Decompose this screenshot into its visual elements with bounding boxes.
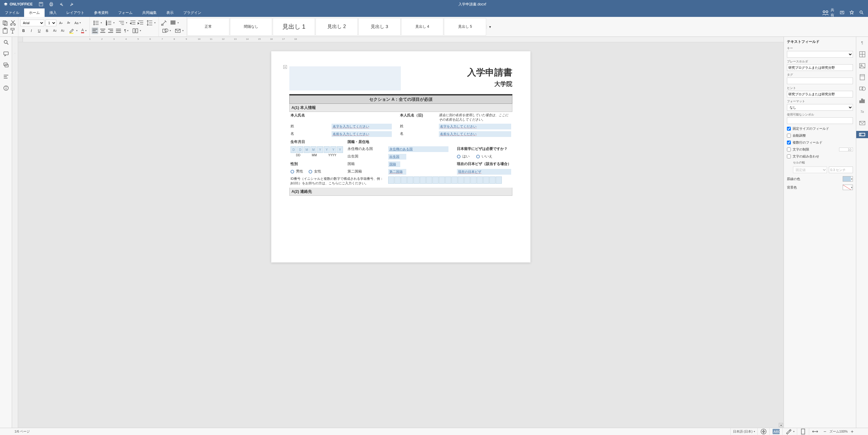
navigation-icon[interactable] — [3, 74, 9, 80]
increase-font-button[interactable]: A▴ — [58, 20, 64, 26]
multiline-checkbox[interactable] — [787, 141, 791, 145]
menu-file[interactable]: ファイル — [0, 8, 24, 17]
italic-button[interactable]: I — [28, 27, 35, 34]
menu-insert[interactable]: 挿入 — [44, 8, 61, 17]
field-second-nationality[interactable]: 第二国籍 — [388, 169, 406, 175]
line-spacing-button[interactable] — [145, 20, 157, 26]
format-painter-button[interactable] — [10, 27, 16, 34]
menu-form[interactable]: フォーム — [113, 8, 137, 17]
style-no-spacing[interactable]: 間隔なし — [230, 18, 272, 36]
nonprinting-button[interactable]: ¶ — [123, 27, 130, 34]
radio-yes[interactable] — [457, 155, 461, 158]
zoom-in-button[interactable]: + — [851, 429, 854, 434]
align-justify-button[interactable] — [115, 27, 122, 34]
format-select[interactable]: なし — [787, 104, 853, 111]
find-icon[interactable] — [3, 39, 9, 45]
field-firstname[interactable]: 名前を入力してください — [332, 131, 392, 137]
logo-placeholder-field[interactable] — [289, 66, 401, 90]
highlight-button[interactable] — [67, 27, 79, 34]
style-h4[interactable]: 見出し 4 — [401, 18, 443, 36]
align-center-button[interactable] — [99, 27, 106, 34]
fit-width-button[interactable] — [809, 428, 821, 435]
field-birth-country[interactable]: 出生国 — [388, 154, 406, 160]
styles-expand-button[interactable]: ▾ — [487, 25, 493, 29]
favorite-icon[interactable] — [849, 10, 854, 16]
outdent-button[interactable] — [130, 20, 136, 26]
textart-settings-icon[interactable]: Ta — [859, 108, 866, 115]
field-current-visa[interactable]: 現在の日本ビザ — [457, 169, 511, 175]
strike-button[interactable]: S — [44, 27, 50, 34]
menu-references[interactable]: 参考資料 — [89, 8, 113, 17]
undo-icon[interactable] — [59, 2, 64, 7]
cut-button[interactable] — [10, 20, 16, 26]
indent-button[interactable] — [137, 20, 144, 26]
clear-style-button[interactable] — [161, 20, 167, 26]
chat-icon[interactable] — [3, 62, 9, 68]
merge-button[interactable] — [131, 27, 142, 34]
spellcheck-icon[interactable]: ABC — [770, 428, 782, 435]
bg-color-picker[interactable] — [843, 184, 853, 190]
underline-button[interactable]: U — [36, 27, 42, 34]
radio-male[interactable] — [290, 170, 294, 173]
paste-button[interactable] — [2, 27, 8, 34]
tag-input[interactable] — [787, 78, 853, 84]
spellcheck-toggle[interactable] — [757, 428, 770, 435]
zoom-out-button[interactable]: − — [824, 429, 826, 434]
track-changes-toggle[interactable]: ▾ — [782, 428, 797, 435]
multilevel-button[interactable] — [117, 20, 128, 26]
charlimit-checkbox[interactable] — [787, 147, 791, 151]
numbering-button[interactable]: 123 — [104, 20, 116, 26]
table-settings-icon[interactable] — [859, 51, 866, 58]
autofit-checkbox[interactable] — [787, 134, 791, 138]
menu-plugins[interactable]: プラグイン — [179, 8, 206, 17]
border-color-picker[interactable] — [843, 176, 853, 182]
symbols-input[interactable] — [787, 117, 853, 124]
field-surname-old[interactable]: 名字を入力してください — [439, 124, 511, 129]
field-surname[interactable]: 名字を入力してください — [332, 124, 392, 129]
header-footer-icon[interactable] — [859, 74, 866, 81]
form-settings-icon[interactable] — [856, 131, 868, 138]
fixed-size-checkbox[interactable] — [787, 127, 791, 130]
menu-layout[interactable]: レイアウト — [61, 8, 89, 17]
id-field[interactable] — [388, 176, 511, 184]
comb-checkbox[interactable] — [787, 154, 791, 158]
insert-shape-button[interactable] — [161, 27, 172, 34]
style-h5[interactable]: 見出し 5 — [444, 18, 486, 36]
font-size-select[interactable]: 11 — [45, 20, 56, 26]
subscript-button[interactable]: A2 — [59, 27, 66, 34]
save-icon[interactable] — [38, 2, 43, 7]
image-settings-icon[interactable] — [859, 62, 866, 69]
copy-button[interactable] — [2, 20, 8, 26]
style-normal[interactable]: 正常 — [187, 18, 229, 36]
share-button[interactable]: 共有 — [822, 7, 835, 18]
open-location-icon[interactable] — [840, 10, 844, 16]
chart-settings-icon[interactable] — [859, 96, 866, 104]
mail-settings-icon[interactable] — [859, 119, 866, 127]
fit-page-button[interactable] — [797, 428, 809, 435]
key-select[interactable] — [787, 51, 853, 58]
paragraph-settings-icon[interactable]: ¶ — [859, 39, 866, 47]
bullets-button[interactable] — [92, 20, 103, 26]
align-right-button[interactable] — [107, 27, 114, 34]
dob-field[interactable]: DDMMYYYY — [290, 146, 345, 153]
document-canvas[interactable]: + 入学申請書 大学院 セクション A：全ての項目が必須 A(1) 本人情報 本… — [18, 42, 784, 428]
redo-icon[interactable] — [69, 2, 74, 7]
info-icon[interactable] — [3, 85, 9, 91]
hint-input[interactable] — [787, 91, 853, 97]
page-indicator[interactable]: 1/6 ページ — [14, 429, 30, 434]
language-selector[interactable]: 日本語 (日本)▾ — [730, 428, 757, 435]
mailmerge-button[interactable] — [173, 27, 185, 34]
font-name-select[interactable]: Arial — [20, 20, 44, 26]
bold-button[interactable]: B — [20, 27, 27, 34]
decrease-font-button[interactable]: A▾ — [65, 20, 72, 26]
zoom-label[interactable]: ズーム100% — [830, 429, 848, 434]
shape-settings-icon[interactable] — [859, 85, 866, 92]
style-h1[interactable]: 見出し 1 — [273, 18, 315, 36]
style-h2[interactable]: 見出し 2 — [315, 18, 358, 36]
placeholder-input[interactable] — [787, 64, 853, 71]
menu-view[interactable]: 表示 — [161, 8, 179, 17]
change-case-button[interactable]: Aa — [73, 20, 82, 26]
anchor-icon[interactable]: + — [283, 65, 287, 69]
field-perm-residence[interactable]: 永住権のある国 — [388, 146, 448, 152]
style-h3[interactable]: 見出し 3 — [358, 18, 401, 36]
